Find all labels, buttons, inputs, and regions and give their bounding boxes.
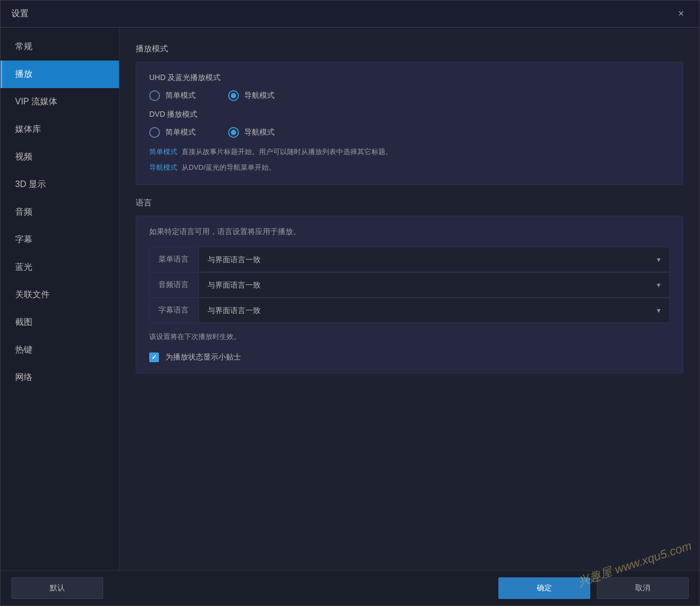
sidebar-item-playback[interactable]: 播放 bbox=[1, 61, 119, 88]
sidebar-label-audio: 音频 bbox=[15, 207, 32, 216]
sidebar-item-3d[interactable]: 3D 显示 bbox=[1, 171, 119, 198]
language-card: 如果特定语言可用，语言设置将应用于播放。 菜单语言 与界面语言一致 ▾ bbox=[136, 216, 683, 374]
sidebar-label-bluray: 蓝光 bbox=[15, 262, 32, 271]
dvd-nav-radio-circle[interactable] bbox=[228, 127, 239, 138]
sidebar-item-general[interactable]: 常规 bbox=[1, 33, 119, 61]
menu-lang-label: 菜单语言 bbox=[150, 247, 198, 272]
dialog-title: 设置 bbox=[11, 8, 29, 19]
uhd-nav-radio-circle[interactable] bbox=[228, 90, 239, 101]
hint1-link[interactable]: 简单模式 bbox=[149, 146, 177, 158]
uhd-radio-row: 简单模式 导航模式 bbox=[149, 90, 670, 101]
checkbox-check-icon: ✓ bbox=[151, 354, 157, 361]
sidebar: 常规 播放 VIP 流媒体 媒体库 视频 3D 显示 音频 字幕 bbox=[1, 28, 119, 570]
sidebar-label-screenshot: 截图 bbox=[15, 317, 32, 327]
sidebar-label-media: 媒体库 bbox=[15, 124, 41, 134]
playback-mode-title: 播放模式 bbox=[136, 44, 683, 54]
hint2-link[interactable]: 导航模式 bbox=[149, 162, 177, 174]
sidebar-label-playback: 播放 bbox=[15, 69, 32, 78]
sidebar-item-screenshot[interactable]: 截图 bbox=[1, 309, 119, 336]
close-button[interactable]: × bbox=[674, 6, 689, 22]
ok-button[interactable]: 确定 bbox=[498, 577, 590, 599]
playback-mode-card: UHD 及蓝光播放模式 简单模式 导航模式 DVD 播放模式 bbox=[136, 62, 683, 185]
sidebar-label-network: 网络 bbox=[15, 372, 32, 382]
cancel-button[interactable]: 取消 bbox=[597, 577, 689, 599]
subtitle-lang-select[interactable]: 与界面语言一致 bbox=[198, 298, 669, 322]
sidebar-item-network[interactable]: 网络 bbox=[1, 364, 119, 391]
menu-lang-select-wrapper: 与界面语言一致 ▾ bbox=[198, 248, 669, 271]
audio-lang-row: 音频语言 与界面语言一致 ▾ bbox=[150, 272, 669, 298]
menu-lang-select[interactable]: 与界面语言一致 bbox=[198, 248, 669, 271]
hint1-row: 简单模式 直接从故事片标题开始。用户可以随时从播放列表中选择其它标题。 bbox=[149, 146, 670, 158]
dvd-nav-label: 导航模式 bbox=[244, 128, 275, 137]
sidebar-label-general: 常规 bbox=[15, 42, 32, 51]
uhd-simple-radio-circle[interactable] bbox=[149, 90, 160, 101]
uhd-nav-label: 导航模式 bbox=[244, 91, 275, 101]
subtitle-lang-label: 字幕语言 bbox=[150, 298, 198, 323]
uhd-simple-radio[interactable]: 简单模式 bbox=[149, 90, 196, 101]
dvd-radio-row: 简单模式 导航模式 bbox=[149, 127, 670, 138]
main-content: 常规 播放 VIP 流媒体 媒体库 视频 3D 显示 音频 字幕 bbox=[1, 28, 699, 570]
default-button[interactable]: 默认 bbox=[11, 577, 103, 599]
sidebar-item-associated[interactable]: 关联文件 bbox=[1, 281, 119, 309]
hint2-text: 从DVD/蓝光的导航菜单开始。 bbox=[182, 162, 276, 174]
dvd-simple-label: 简单模式 bbox=[165, 128, 196, 137]
tips-checkbox-row[interactable]: ✓ 为播放状态显示小贴士 bbox=[149, 352, 670, 362]
sidebar-item-bluray[interactable]: 蓝光 bbox=[1, 254, 119, 281]
subtitle-lang-row: 字幕语言 与界面语言一致 ▾ bbox=[150, 298, 669, 323]
language-rows-container: 菜单语言 与界面语言一致 ▾ 音频语言 与界面语言 bbox=[149, 247, 670, 323]
sidebar-item-video[interactable]: 视频 bbox=[1, 143, 119, 171]
dvd-simple-radio-circle[interactable] bbox=[149, 127, 160, 138]
dvd-simple-radio[interactable]: 简单模式 bbox=[149, 127, 196, 138]
audio-lang-select-wrapper: 与界面语言一致 ▾ bbox=[198, 273, 669, 297]
sidebar-item-audio[interactable]: 音频 bbox=[1, 198, 119, 226]
sidebar-item-media[interactable]: 媒体库 bbox=[1, 116, 119, 143]
content-area: 播放模式 UHD 及蓝光播放模式 简单模式 导航模式 DVD 播放模式 bbox=[119, 28, 699, 570]
uhd-simple-label: 简单模式 bbox=[165, 91, 196, 101]
sidebar-item-hotkey[interactable]: 热键 bbox=[1, 336, 119, 364]
sidebar-label-hotkey: 热键 bbox=[15, 345, 32, 354]
menu-lang-row: 菜单语言 与界面语言一致 ▾ bbox=[150, 247, 669, 272]
notice-text: 该设置将在下次播放时生效。 bbox=[149, 332, 670, 342]
hint2-row: 导航模式 从DVD/蓝光的导航菜单开始。 bbox=[149, 162, 670, 174]
uhd-nav-radio[interactable]: 导航模式 bbox=[228, 90, 275, 101]
sidebar-label-vip: VIP 流媒体 bbox=[15, 97, 57, 106]
footer: 默认 确定 取消 bbox=[1, 570, 699, 605]
tips-checkbox-label: 为播放状态显示小贴士 bbox=[165, 352, 241, 362]
dvd-label: DVD 播放模式 bbox=[149, 110, 670, 119]
sidebar-item-subtitle[interactable]: 字幕 bbox=[1, 226, 119, 254]
sidebar-label-subtitle: 字幕 bbox=[15, 235, 32, 244]
sidebar-label-associated: 关联文件 bbox=[15, 290, 50, 299]
title-bar: 设置 × bbox=[1, 1, 699, 28]
sidebar-label-3d: 3D 显示 bbox=[15, 179, 46, 189]
sidebar-label-video: 视频 bbox=[15, 152, 32, 161]
language-title: 语言 bbox=[136, 198, 683, 208]
audio-lang-label: 音频语言 bbox=[150, 272, 198, 297]
subtitle-lang-select-wrapper: 与界面语言一致 ▾ bbox=[198, 298, 669, 322]
dvd-nav-radio[interactable]: 导航模式 bbox=[228, 127, 275, 138]
language-info: 如果特定语言可用，语言设置将应用于播放。 bbox=[149, 227, 670, 237]
uhd-label: UHD 及蓝光播放模式 bbox=[149, 73, 670, 83]
sidebar-item-vip[interactable]: VIP 流媒体 bbox=[1, 88, 119, 116]
hint1-text: 直接从故事片标题开始。用户可以随时从播放列表中选择其它标题。 bbox=[182, 146, 392, 158]
settings-dialog: 设置 × 常规 播放 VIP 流媒体 媒体库 视频 3D 显示 bbox=[0, 0, 700, 606]
audio-lang-select[interactable]: 与界面语言一致 bbox=[198, 273, 669, 297]
tips-checkbox[interactable]: ✓ bbox=[149, 352, 159, 362]
